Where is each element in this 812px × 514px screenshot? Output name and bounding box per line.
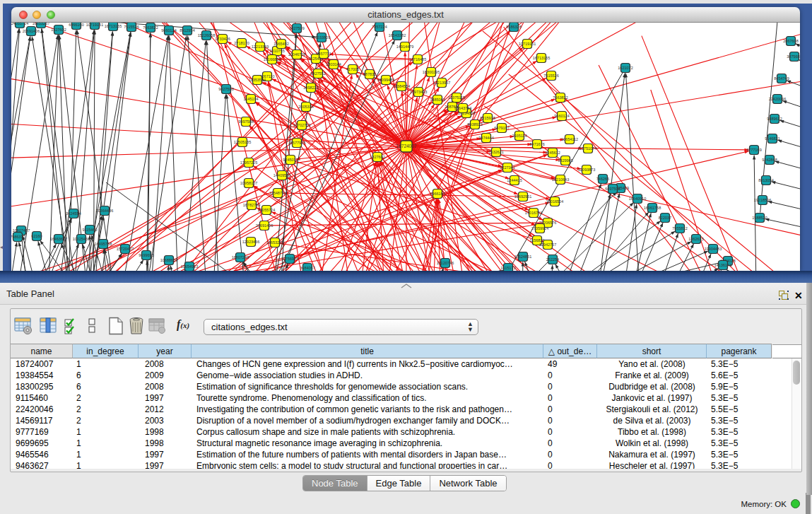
svg-text:252254: 252254 — [546, 257, 559, 262]
svg-text:14914479: 14914479 — [396, 45, 413, 49]
svg-text:417006: 417006 — [346, 67, 359, 71]
svg-text:15692951: 15692951 — [514, 194, 531, 199]
svg-text:8912954: 8912954 — [180, 28, 194, 33]
svg-text:6966160: 6966160 — [69, 23, 83, 27]
svg-text:1327602: 1327602 — [51, 28, 66, 32]
svg-text:10025438: 10025438 — [73, 237, 90, 241]
svg-text:9227341: 9227341 — [500, 165, 514, 170]
svg-text:1145194: 1145194 — [243, 97, 258, 101]
svg-text:9242848: 9242848 — [762, 158, 777, 162]
svg-text:16495758: 16495758 — [95, 242, 112, 246]
svg-text:6966160: 6966160 — [430, 192, 445, 196]
svg-text:16543382: 16543382 — [389, 33, 406, 37]
svg-text:9245012: 9245012 — [283, 158, 298, 162]
svg-text:20691406: 20691406 — [23, 29, 40, 33]
svg-text:6479197: 6479197 — [494, 126, 509, 130]
svg-text:62160: 62160 — [31, 234, 42, 238]
svg-text:3875685: 3875685 — [787, 54, 800, 59]
svg-text:1733426: 1733426 — [215, 37, 230, 41]
svg-text:8813054: 8813054 — [758, 178, 773, 182]
svg-text:3684067: 3684067 — [300, 266, 314, 270]
svg-text:12505135: 12505135 — [234, 140, 251, 144]
svg-text:8938923: 8938923 — [467, 122, 482, 127]
svg-text:1615172: 1615172 — [500, 266, 515, 270]
svg-text:1010755: 1010755 — [269, 49, 284, 53]
svg-text:14409536: 14409536 — [273, 173, 290, 177]
svg-text:8186328: 8186328 — [506, 25, 521, 29]
svg-text:7857224: 7857224 — [372, 25, 387, 29]
svg-text:8454749: 8454749 — [774, 76, 789, 81]
svg-text:16463627: 16463627 — [50, 237, 67, 241]
svg-text:2718170: 2718170 — [234, 41, 249, 45]
svg-text:1327602: 1327602 — [370, 155, 384, 159]
svg-text:7485063: 7485063 — [430, 98, 445, 102]
svg-text:10046708: 10046708 — [288, 52, 305, 57]
svg-text:7515526: 7515526 — [543, 74, 558, 78]
svg-text:16120746: 16120746 — [437, 261, 454, 265]
svg-text:15720407: 15720407 — [117, 247, 134, 251]
svg-text:14136141: 14136141 — [714, 263, 731, 267]
svg-text:19654923: 19654923 — [181, 264, 198, 269]
svg-text:2935114: 2935114 — [512, 134, 526, 138]
svg-text:822037: 822037 — [659, 216, 671, 220]
svg-text:1244415: 1244415 — [507, 178, 522, 182]
svg-text:16643784: 16643784 — [454, 106, 471, 110]
svg-text:15226058: 15226058 — [198, 33, 215, 37]
svg-text:9115460: 9115460 — [82, 228, 97, 232]
svg-text:16782759: 16782759 — [243, 203, 260, 207]
svg-text:18300295: 18300295 — [423, 70, 440, 74]
svg-text:22420046: 22420046 — [769, 97, 786, 101]
svg-text:9457771: 9457771 — [316, 52, 331, 56]
svg-text:9474444: 9474444 — [478, 136, 493, 140]
svg-text:16713155: 16713155 — [105, 24, 122, 28]
svg-text:16713155: 16713155 — [533, 56, 550, 60]
svg-text:13524851: 13524851 — [514, 255, 531, 259]
svg-text:10688609: 10688609 — [160, 258, 177, 262]
svg-text:9827508: 9827508 — [218, 87, 233, 91]
svg-text:16640910: 16640910 — [629, 197, 646, 201]
svg-text:9777169: 9777169 — [746, 148, 761, 152]
svg-text:3498222: 3498222 — [303, 86, 318, 90]
svg-text:10653267: 10653267 — [266, 240, 283, 245]
svg-text:10654112: 10654112 — [561, 137, 578, 141]
svg-text:12375115: 12375115 — [448, 95, 465, 100]
svg-text:3024554: 3024554 — [66, 211, 81, 216]
svg-text:18724007: 18724007 — [396, 144, 417, 148]
svg-text:2803144: 2803144 — [326, 62, 341, 66]
svg-text:13716485: 13716485 — [409, 57, 426, 62]
svg-text:24055724: 24055724 — [258, 208, 275, 212]
svg-text:10653267: 10653267 — [33, 23, 49, 25]
svg-text:11353594: 11353594 — [249, 78, 266, 82]
svg-text:12923466: 12923466 — [242, 240, 259, 244]
svg-text:17016753: 17016753 — [525, 211, 542, 215]
svg-text:17957225: 17957225 — [240, 160, 257, 165]
svg-text:7632621: 7632621 — [488, 150, 503, 154]
svg-text:20691406: 20691406 — [256, 223, 273, 228]
svg-text:10973493: 10973493 — [410, 90, 427, 94]
svg-text:19218506: 19218506 — [754, 198, 771, 202]
svg-text:1621072: 1621072 — [618, 66, 632, 70]
svg-text:12213967: 12213967 — [433, 81, 450, 85]
svg-text:11548793: 11548793 — [269, 191, 286, 195]
svg-text:10702759: 10702759 — [293, 123, 310, 127]
svg-text:17016504: 17016504 — [546, 199, 563, 204]
svg-text:1362615: 1362615 — [688, 237, 703, 241]
svg-text:10719151: 10719151 — [86, 23, 103, 27]
svg-text:10719151: 10719151 — [519, 42, 536, 46]
svg-text:19384554: 19384554 — [393, 84, 410, 88]
svg-text:12942757: 12942757 — [539, 243, 556, 247]
svg-text:19166825: 19166825 — [264, 57, 281, 62]
svg-text:17359924: 17359924 — [531, 226, 548, 230]
svg-text:24055724: 24055724 — [11, 23, 28, 25]
svg-text:16210643: 16210643 — [552, 177, 569, 182]
svg-text:7663822: 7663822 — [143, 25, 158, 30]
svg-text:12213369: 12213369 — [252, 45, 269, 49]
svg-text:16099489: 16099489 — [377, 78, 394, 82]
svg-text:1588520: 1588520 — [752, 216, 767, 220]
svg-text:16033809: 16033809 — [313, 35, 330, 40]
svg-text:12093873: 12093873 — [578, 168, 595, 172]
svg-text:9245612: 9245612 — [545, 151, 560, 155]
svg-text:10958107: 10958107 — [240, 181, 257, 185]
svg-text:2005334: 2005334 — [298, 105, 313, 109]
svg-text:19904483: 19904483 — [705, 247, 722, 251]
